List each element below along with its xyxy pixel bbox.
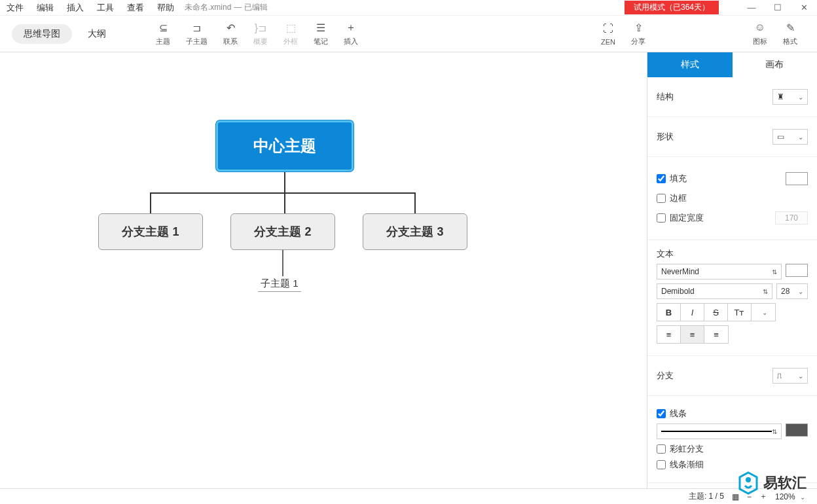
line-checkbox[interactable] (657, 409, 666, 418)
tab-mindmap[interactable]: 思维导图 (12, 24, 72, 44)
label-tapered: 线条渐细 (670, 459, 704, 471)
watermark: 易软汇 (738, 471, 807, 495)
tool-subtopic[interactable]: ⊐子主题 (178, 18, 215, 49)
label-rainbow: 彩虹分支 (670, 443, 704, 455)
chevron-down-icon: ⌄ (798, 134, 803, 141)
tab-outline[interactable]: 大纲 (76, 24, 118, 44)
menu-tools[interactable]: 工具 (90, 2, 120, 14)
italic-button[interactable]: I (681, 304, 704, 321)
menu-edit[interactable]: 编辑 (30, 2, 60, 14)
label-line: 线条 (670, 408, 687, 420)
insert-icon: ＋ (346, 21, 356, 34)
trial-badge: 试用模式（已364天） (625, 1, 719, 14)
branch-icon: ⎍ (777, 371, 782, 380)
updown-icon: ⇅ (763, 288, 768, 295)
align-left[interactable]: ≡ (657, 326, 681, 343)
label-text: 文本 (657, 248, 808, 260)
summary-icon: }⊐ (255, 21, 266, 34)
subtopic-icon: ⊐ (192, 21, 201, 34)
relation-icon: ↶ (227, 21, 235, 34)
tool-topic[interactable]: ⊆主题 (148, 18, 178, 49)
topic-icon: ⊆ (159, 21, 168, 34)
doc-title: 未命名.xmind (185, 2, 231, 13)
watermark-icon (738, 471, 758, 495)
zen-icon: ⛶ (603, 22, 613, 35)
rect-icon: ▭ (777, 132, 784, 141)
branch-3[interactable]: 分支主题 3 (363, 213, 467, 250)
chevron-down-icon: ⌄ (798, 372, 803, 380)
tapered-checkbox[interactable] (657, 460, 666, 469)
font-weight-select[interactable]: Demibold⇅ (657, 283, 772, 299)
format-panel: 样式 画布 结构 ♜⌄ 形状 ▭⌄ 填充 边框 固定宽度 (647, 52, 817, 488)
structure-select[interactable]: ♜⌄ (772, 89, 808, 105)
updown-icon: ⇅ (772, 268, 777, 276)
smiley-icon: ☺ (755, 21, 765, 34)
textcase-button[interactable]: Tᴛ (728, 304, 752, 321)
branch-select[interactable]: ⎍⌄ (772, 368, 808, 384)
brush-icon: ✎ (786, 21, 795, 34)
canvas[interactable]: 中心主题 分支主题 1 分支主题 2 分支主题 3 子主题 1 (0, 52, 647, 488)
tool-relation[interactable]: ↶联系 (215, 18, 245, 49)
menu-file[interactable]: 文件 (0, 2, 30, 14)
tool-summary[interactable]: }⊐概要 (245, 18, 276, 49)
minimize-button[interactable]: — (738, 0, 765, 16)
menu-insert[interactable]: 插入 (60, 2, 90, 14)
font-size-select[interactable]: 28⌄ (776, 283, 808, 299)
bold-button[interactable]: B (657, 304, 681, 321)
share-icon: ⇪ (634, 21, 643, 34)
tool-boundary[interactable]: ⬚外框 (276, 18, 306, 49)
label-border: 边框 (670, 192, 687, 204)
svg-point-0 (746, 477, 751, 482)
note-icon: ☰ (316, 21, 325, 34)
label-fill: 填充 (670, 173, 687, 185)
chevron-down-icon: ⌄ (798, 94, 803, 101)
center-topic[interactable]: 中心主题 (216, 120, 354, 171)
font-family-select[interactable]: NeverMind⇅ (657, 264, 782, 279)
align-center[interactable]: ≡ (681, 326, 704, 343)
fill-swatch[interactable] (786, 172, 808, 185)
menu-help[interactable]: 帮助 (151, 2, 181, 14)
branch-2[interactable]: 分支主题 2 (230, 213, 335, 250)
line-style-select[interactable]: ⇅ (657, 423, 782, 439)
tool-share[interactable]: ⇪分享 (623, 18, 653, 49)
branch-1[interactable]: 分支主题 1 (98, 213, 203, 250)
line-color-swatch[interactable] (786, 423, 808, 437)
tool-note[interactable]: ☰笔记 (306, 18, 336, 49)
tool-icons[interactable]: ☺图标 (745, 18, 775, 49)
textcase-more[interactable]: ⌄ (752, 304, 775, 321)
tool-zen[interactable]: ⛶ZEN (593, 20, 623, 48)
shape-select[interactable]: ▭⌄ (772, 129, 808, 145)
tool-format[interactable]: ✎格式 (775, 18, 805, 49)
fixedwidth-input[interactable] (775, 211, 808, 225)
close-button[interactable]: ✕ (791, 0, 817, 16)
label-branch: 分支 (657, 370, 674, 382)
text-color-swatch[interactable] (786, 264, 808, 277)
strike-button[interactable]: S (704, 304, 728, 321)
updown-icon: ⇅ (772, 428, 777, 435)
align-right[interactable]: ≡ (704, 326, 728, 343)
menu-view[interactable]: 查看 (120, 2, 151, 14)
rainbow-checkbox[interactable] (657, 444, 666, 454)
label-shape: 形状 (657, 131, 674, 143)
subtopic-1[interactable]: 子主题 1 (258, 276, 301, 292)
label-structure: 结构 (657, 91, 674, 103)
fill-checkbox[interactable] (657, 174, 666, 183)
label-fixedwidth: 固定宽度 (670, 212, 704, 224)
status-topic: 主题: 1 / 5 (689, 491, 724, 502)
fixedwidth-checkbox[interactable] (657, 213, 666, 223)
border-checkbox[interactable] (657, 194, 666, 203)
doc-status: — 已编辑 (234, 2, 267, 13)
maximize-button[interactable]: ☐ (765, 0, 791, 16)
boundary-icon: ⬚ (286, 21, 296, 34)
connectors (0, 52, 647, 488)
panel-tab-canvas[interactable]: 画布 (733, 52, 818, 77)
tool-insert[interactable]: ＋插入 (336, 18, 366, 49)
structure-icon: ♜ (777, 92, 784, 101)
chevron-down-icon: ⌄ (798, 288, 803, 295)
panel-tab-style[interactable]: 样式 (647, 52, 733, 77)
